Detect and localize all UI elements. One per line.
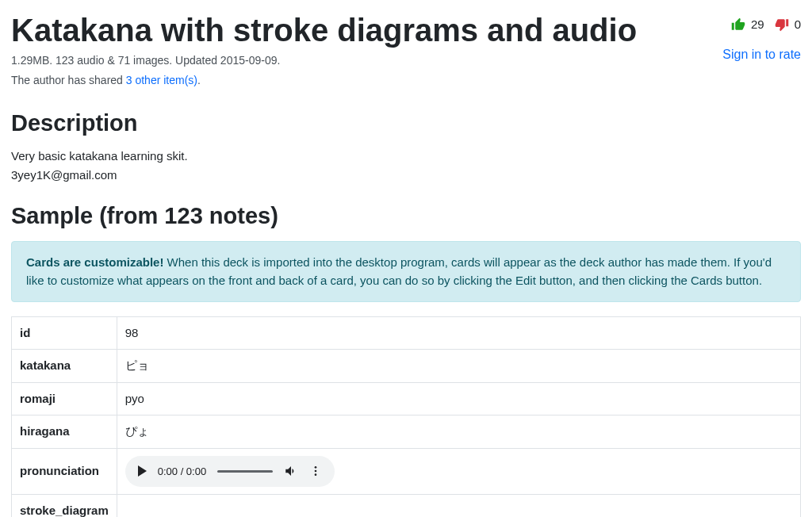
thumbs-row: 29 0: [730, 16, 801, 34]
field-value-stroke-diagram: [117, 495, 800, 518]
audio-player[interactable]: 0:00 / 0:00: [125, 456, 335, 488]
field-label-pronunciation: pronunciation: [12, 448, 117, 495]
thumbs-down-icon[interactable]: [774, 17, 790, 32]
alert-bold: Cards are customizable!: [26, 255, 163, 269]
other-items-link[interactable]: 3 other item(s): [126, 74, 197, 86]
svg-point-0: [315, 466, 317, 469]
play-icon[interactable]: [138, 465, 147, 477]
author-suffix: .: [197, 74, 201, 86]
table-row: romaji pyo: [12, 382, 801, 416]
sample-table: id 98 katakana ピョ romaji pyo hiragana ぴょ…: [11, 316, 801, 518]
table-row: pronunciation 0:00 / 0:00: [12, 448, 801, 495]
downvote-count: 0: [795, 16, 801, 34]
field-label-hiragana: hiragana: [12, 416, 117, 449]
meta-line: 1.29MB. 123 audio & 71 images. Updated 2…: [11, 52, 637, 69]
description-line-1: Very basic katakana learning skit.: [11, 147, 801, 166]
author-prefix: The author has shared: [11, 74, 126, 86]
sample-heading: Sample (from 123 notes): [11, 199, 801, 234]
thumbs-up-icon[interactable]: [730, 17, 746, 32]
volume-icon[interactable]: [284, 464, 298, 478]
field-value-romaji: pyo: [117, 382, 800, 416]
field-value-hiragana: ぴょ: [117, 416, 800, 449]
customizable-alert: Cards are customizable! When this deck i…: [11, 241, 801, 302]
sign-in-to-rate-link[interactable]: Sign in to rate: [722, 45, 801, 64]
table-row: stroke_diagram: [12, 495, 801, 518]
table-row: id 98: [12, 316, 801, 350]
table-row: hiragana ぴょ: [12, 416, 801, 449]
svg-point-1: [315, 470, 317, 473]
audio-track[interactable]: [217, 470, 273, 473]
field-label-stroke-diagram: stroke_diagram: [12, 495, 117, 518]
field-value-id: 98: [117, 316, 800, 350]
svg-point-2: [315, 474, 317, 477]
page-title: Katakana with stroke diagrams and audio: [11, 11, 637, 49]
ratings-block: 29 0 Sign in to rate: [666, 11, 801, 64]
field-label-katakana: katakana: [12, 350, 117, 383]
description-line-2: 3yey1K@gmail.com: [11, 167, 801, 185]
table-row: katakana ピョ: [12, 350, 801, 383]
field-label-romaji: romaji: [12, 382, 117, 416]
field-label-id: id: [12, 316, 117, 350]
field-value-pronunciation: 0:00 / 0:00: [117, 448, 800, 495]
upvote-count: 29: [751, 16, 764, 34]
author-shared-line: The author has shared 3 other item(s).: [11, 72, 637, 89]
audio-time: 0:00 / 0:00: [158, 464, 206, 480]
field-value-katakana: ピョ: [117, 350, 800, 383]
description-heading: Description: [11, 106, 801, 141]
more-icon[interactable]: [309, 465, 322, 477]
